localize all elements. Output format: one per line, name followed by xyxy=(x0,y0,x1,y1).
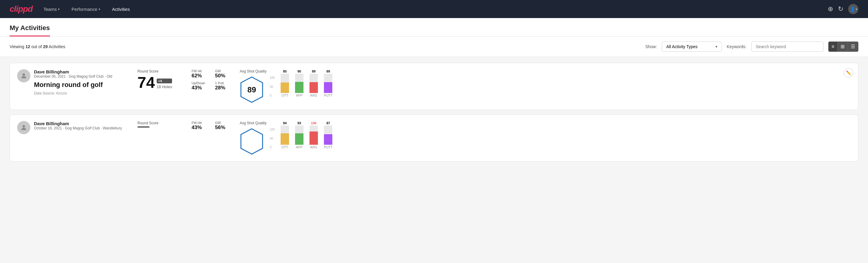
quality-section: Avg Shot Quality 89 100 xyxy=(234,69,851,104)
activity-card-2: Dave Billingham October 16, 2021 · Gog M… xyxy=(10,115,858,162)
activities-list: Dave Billingham December 05, 2021 · Gog … xyxy=(0,57,868,168)
arg-bar-fill xyxy=(309,82,318,93)
avatar-icon: 👤 xyxy=(850,6,856,12)
gir-stat: GIR 50% xyxy=(215,69,234,79)
ott-bar-fill-2 xyxy=(281,133,289,145)
bar-arg: 89 ARG xyxy=(309,69,318,97)
logo[interactable]: clippd xyxy=(10,4,32,14)
gir-label-2: GIR xyxy=(215,121,234,124)
view-toggle: ≡ ⊞ ☰ xyxy=(828,41,858,52)
activities-label: Activities xyxy=(49,44,65,49)
putt-value-label-2: 87 xyxy=(326,121,330,125)
fw-hit-value: 62% xyxy=(192,73,210,79)
activity-title: Morning round of golf xyxy=(34,81,112,89)
updown-value: 43% xyxy=(192,85,210,91)
user-avatar-card xyxy=(17,69,30,83)
putt-bar-fill-2 xyxy=(324,134,332,145)
updown-stat: Up/Down 43% xyxy=(192,81,210,91)
user-name-2: Dave Billingham xyxy=(34,121,122,126)
activity-type-value: All Activity Types xyxy=(666,44,713,49)
nav-performance[interactable]: Performance ▾ xyxy=(70,4,101,14)
hexagon-container: 89 xyxy=(240,76,264,104)
hex-score: 89 xyxy=(248,85,256,94)
app-label-2: APP xyxy=(296,145,303,149)
search-wrap xyxy=(751,41,824,52)
nav-teams[interactable]: Teams ▾ xyxy=(42,4,60,14)
card-left-2: Dave Billingham October 16, 2021 · Gog M… xyxy=(17,121,131,134)
one-putt-label: 1 Putt xyxy=(215,81,234,85)
data-source: Data Source: Arccos xyxy=(34,91,112,95)
stats-section-2: FW Hit 43% GIR 56% xyxy=(186,121,234,130)
page-title: My Activities xyxy=(10,24,50,36)
fw-hit-stat-2: FW Hit 43% xyxy=(192,121,210,130)
bar-chart: 100 50 0 85 OTT xyxy=(270,76,851,103)
viewing-count: Viewing 12 out of 29 Activities xyxy=(10,44,640,49)
arg-bar-fill-2 xyxy=(309,132,318,145)
round-score-label-2: Round Score xyxy=(137,121,186,125)
dropdown-chevron-icon: ▾ xyxy=(715,45,717,49)
fw-hit-value-2: 43% xyxy=(192,124,210,130)
score-badge: +4 xyxy=(157,79,172,83)
add-button[interactable]: ⊕ xyxy=(828,6,833,12)
nav-teams-label: Teams xyxy=(43,7,57,12)
round-score-label: Round Score xyxy=(137,69,186,74)
gir-value-2: 56% xyxy=(215,124,234,130)
bar-putt-2: 87 PUTT xyxy=(324,121,333,149)
count-number: 12 xyxy=(26,44,30,49)
card-left: Dave Billingham December 05, 2021 · Gog … xyxy=(17,69,131,95)
arg-label: ARG xyxy=(310,94,317,97)
bar-ott-2: 94 OTT xyxy=(281,121,289,149)
app-value-label-2: 93 xyxy=(298,121,301,125)
avatar-chevron-icon: ▾ xyxy=(856,7,857,11)
user-avatar-card-2 xyxy=(17,121,30,134)
nav-activities-label: Activities xyxy=(112,7,130,12)
count-separator: out of xyxy=(31,44,43,49)
nav-activities[interactable]: Activities xyxy=(111,4,131,14)
view-list-detail-button[interactable]: ☰ xyxy=(848,42,858,52)
y-axis-100-2: 100 xyxy=(270,128,275,131)
ott-value-label-2: 94 xyxy=(283,121,287,125)
round-score-section: Round Score 74 +4 18 Holes xyxy=(131,69,186,90)
putt-label-2: PUTT xyxy=(324,145,333,149)
user-date-2: October 16, 2021 · Gog Magog Golf Club ·… xyxy=(34,126,122,130)
activity-type-dropdown[interactable]: All Activity Types ▾ xyxy=(662,41,722,52)
round-score-section-2: Round Score xyxy=(131,121,186,130)
y-axis-0: 0 xyxy=(270,94,275,97)
view-list-compact-button[interactable]: ≡ xyxy=(829,42,838,52)
app-bar-fill xyxy=(295,82,304,93)
navbar: clippd Teams ▾ Performance ▾ Activities … xyxy=(0,0,868,18)
user-avatar[interactable]: 👤 ▾ xyxy=(848,4,858,14)
y-axis-0-2: 0 xyxy=(270,146,275,149)
gir-label: GIR xyxy=(215,69,234,73)
stats-section: FW Hit 62% GIR 50% Up/Down 43% 1 Putt 28… xyxy=(186,69,234,91)
search-input[interactable] xyxy=(751,41,824,52)
page-header: My Activities xyxy=(0,18,868,37)
keywords-label: Keywords: xyxy=(726,44,746,49)
nav-performance-label: Performance xyxy=(71,7,97,12)
updown-label: Up/Down xyxy=(192,81,210,85)
app-label: APP xyxy=(296,94,303,97)
app-bar-fill-2 xyxy=(295,133,304,145)
arg-value-label: 89 xyxy=(312,69,315,73)
user-name: Dave Billingham xyxy=(34,69,112,74)
putt-label: PUTT xyxy=(324,94,333,97)
svg-point-1 xyxy=(23,125,25,127)
fw-hit-label: FW Hit xyxy=(192,69,210,73)
bar-putt: 89 PUTT xyxy=(324,69,333,97)
view-grid-button[interactable]: ⊞ xyxy=(838,42,848,52)
refresh-button[interactable]: ↻ xyxy=(838,6,843,12)
show-label: Show: xyxy=(645,44,657,49)
total-number: 29 xyxy=(43,44,48,49)
hexagon-container-2 xyxy=(240,127,264,155)
arg-value-label-2: 106 xyxy=(311,121,316,125)
fw-hit-label-2: FW Hit xyxy=(192,121,210,124)
arg-label-2: ARG xyxy=(310,145,317,149)
bar-app-2: 93 APP xyxy=(295,121,304,149)
score-value: 74 xyxy=(137,75,155,90)
card-right: Round Score 74 +4 18 Holes FW Hit 62% GI… xyxy=(131,69,851,104)
edit-button[interactable]: ✏️ xyxy=(844,68,853,78)
card-right-2: Round Score FW Hit 43% GIR 56% Avg Shot … xyxy=(131,121,851,155)
putt-bar-fill xyxy=(324,82,332,93)
y-axis-50: 50 xyxy=(270,85,275,88)
filter-bar: Viewing 12 out of 29 Activities Show: Al… xyxy=(0,37,868,57)
